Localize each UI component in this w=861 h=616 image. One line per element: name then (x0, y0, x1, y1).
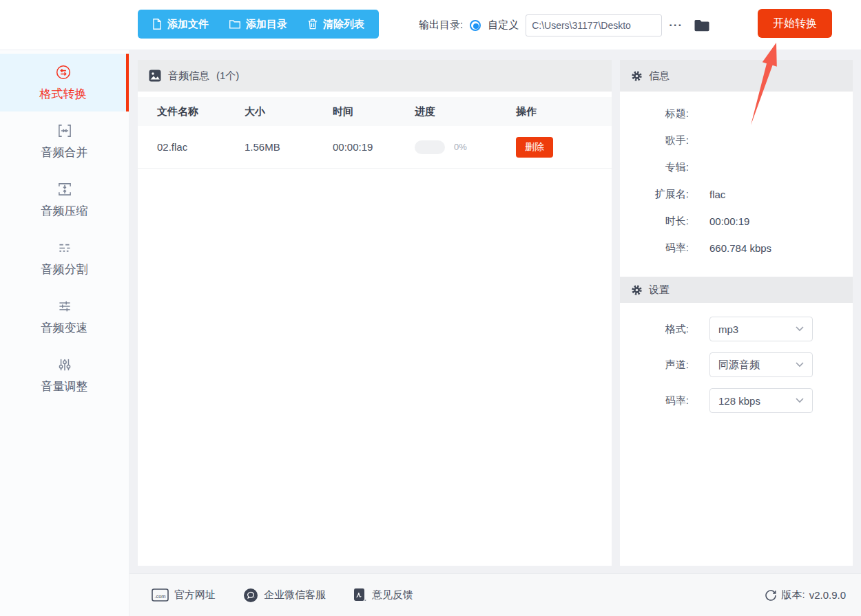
custom-radio-label: 自定义 (488, 19, 519, 32)
channel-select[interactable]: 同源音频 (709, 352, 813, 377)
cell-progress: 0% (415, 140, 516, 154)
refresh-icon[interactable] (765, 589, 777, 602)
setting-row-channel: 声道: 同源音频 (620, 347, 853, 383)
footer: .com 官方网址 企业微信客服 意见反馈 版本: (129, 573, 861, 616)
sidebar-item-audio-compress[interactable]: 音频压缩 (0, 171, 129, 229)
info-section-header: 信息 (620, 60, 853, 92)
output-directory-row: 输出目录: 自定义 ··· (419, 0, 710, 50)
sidebar-item-label: 格式转换 (40, 86, 87, 102)
gear-icon (631, 70, 643, 82)
column-time: 时间 (333, 105, 415, 118)
clear-list-button[interactable]: 清除列表 (298, 10, 375, 39)
folder-outline-icon (229, 19, 240, 29)
progress-text: 0% (454, 142, 467, 152)
file-actions-group: 添加文件 添加目录 清除列表 (138, 10, 379, 39)
info-label: 时长: (620, 215, 689, 228)
add-directory-button[interactable]: 添加目录 (219, 10, 298, 39)
format-select[interactable]: mp3 (709, 317, 813, 341)
setting-row-bitrate: 码率: 128 kbps (620, 383, 853, 418)
file-count: (1个) (216, 70, 239, 83)
sidebar-item-label: 音频分割 (41, 262, 88, 277)
settings-section-header: 设置 (620, 277, 853, 303)
com-website-icon: .com (152, 588, 169, 602)
sidebar-item-label: 音频压缩 (41, 203, 88, 219)
output-directory-label: 输出目录: (419, 19, 463, 32)
folder-icon (694, 19, 710, 32)
info-value: 660.784 kbps (709, 242, 771, 254)
gear-icon (631, 284, 643, 296)
bitrate-select[interactable]: 128 kbps (709, 388, 813, 413)
info-value: 00:00:19 (709, 215, 749, 227)
sidebar-item-label: 音量调整 (41, 379, 88, 394)
cell-time: 00:00:19 (333, 141, 415, 153)
version-value: v2.0.9.0 (809, 589, 846, 601)
info-row-title: 标题: (620, 100, 853, 127)
wechat-support-link[interactable]: 企业微信客服 (243, 588, 326, 603)
output-path-input[interactable] (526, 14, 662, 36)
add-file-button[interactable]: 添加文件 (142, 10, 219, 39)
channel-select-value: 同源音频 (718, 359, 760, 372)
setting-row-format: 格式: mp3 (620, 311, 853, 347)
info-row-bitrate: 码率: 660.784 kbps (620, 235, 853, 262)
setting-label: 码率: (620, 394, 689, 407)
chevron-down-icon (796, 362, 804, 368)
settings-list: 格式: mp3 声道: 同源音频 码率: 128 kbps (620, 303, 853, 418)
sidebar-item-label: 音频合并 (41, 145, 88, 160)
wechat-support-label: 企业微信客服 (264, 588, 326, 602)
format-select-value: mp3 (718, 323, 738, 335)
sidebar-item-volume-adjust[interactable]: 音量调整 (0, 346, 129, 404)
settings-section-title: 设置 (649, 284, 670, 297)
format-convert-icon (54, 63, 72, 81)
official-site-label: 官方网址 (174, 588, 216, 602)
info-label: 扩展名: (620, 188, 689, 201)
open-folder-button[interactable] (694, 19, 710, 32)
audio-split-icon (56, 239, 74, 257)
add-directory-label: 添加目录 (246, 18, 287, 31)
sidebar-item-label: 音频变速 (41, 320, 88, 336)
image-icon (149, 70, 161, 82)
info-value: flac (709, 189, 725, 200)
sidebar-item-audio-merge[interactable]: 音频合并 (0, 112, 129, 170)
panel-title: 音频信息 (168, 70, 209, 83)
setting-label: 声道: (620, 359, 689, 372)
audio-merge-icon (56, 122, 74, 140)
column-action: 操作 (516, 105, 612, 118)
add-file-label: 添加文件 (167, 18, 209, 31)
bitrate-select-value: 128 kbps (718, 395, 760, 407)
info-section-title: 信息 (649, 70, 670, 83)
table-row: 02.flac 1.56MB 00:00:19 0% 删除 (138, 126, 612, 169)
info-label: 歌手: (620, 134, 689, 147)
custom-radio[interactable] (470, 20, 481, 31)
com-badge: .com (154, 593, 165, 599)
browse-more-button[interactable]: ··· (669, 19, 683, 31)
sidebar-item-audio-split[interactable]: 音频分割 (0, 229, 129, 287)
info-label: 标题: (620, 107, 689, 120)
cell-file-name: 02.flac (157, 141, 245, 153)
audio-speed-icon (56, 297, 74, 315)
official-site-link[interactable]: .com 官方网址 (152, 588, 216, 602)
chevron-down-icon (796, 326, 804, 332)
clear-list-label: 清除列表 (323, 18, 364, 31)
wechat-service-icon (243, 588, 258, 603)
delete-button[interactable]: 删除 (516, 137, 553, 158)
info-row-album: 专辑: (620, 154, 853, 181)
info-label: 专辑: (620, 161, 689, 174)
info-label: 码率: (620, 242, 689, 255)
toolbar: 添加文件 添加目录 清除列表 输出目录: 自定义 ··· (0, 0, 861, 50)
feedback-link[interactable]: 意见反馈 (353, 588, 413, 602)
info-row-extension: 扩展名: flac (620, 181, 853, 208)
info-row-artist: 歌手: (620, 127, 853, 154)
feedback-label: 意见反馈 (372, 588, 413, 602)
setting-label: 格式: (620, 323, 689, 336)
version-label: 版本: (781, 588, 805, 602)
sidebar-item-audio-speed[interactable]: 音频变速 (0, 288, 129, 346)
feedback-icon (353, 588, 366, 602)
audio-file-panel: 音频信息 (1个) 文件名称 大小 时间 进度 操作 02.flac 1.56M… (138, 60, 612, 566)
audio-compress-icon (56, 180, 74, 198)
file-icon (152, 19, 162, 30)
progress-bar (415, 140, 445, 154)
info-row-duration: 时长: 00:00:19 (620, 208, 853, 235)
start-convert-button[interactable]: 开始转换 (758, 9, 832, 38)
details-panel: 信息 标题: 歌手: 专辑: 扩展名: flac 时长: 00:00:19 码率… (620, 60, 853, 566)
sidebar-item-format-convert[interactable]: 格式转换 (0, 54, 129, 111)
